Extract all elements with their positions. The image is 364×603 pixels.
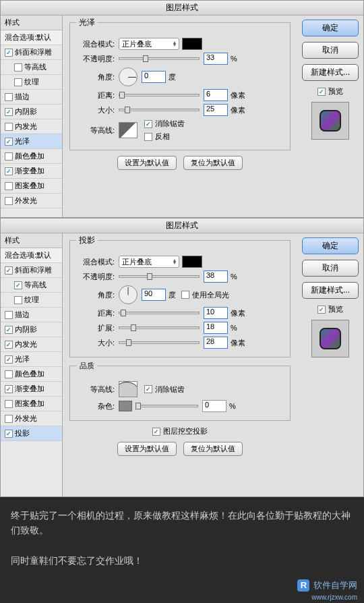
- size-input[interactable]: 28: [204, 337, 228, 349]
- sidebar-item[interactable]: 颜色叠加: [1, 149, 62, 164]
- spread-input[interactable]: 18: [204, 322, 228, 334]
- sidebar-item[interactable]: 图案叠加: [1, 397, 62, 411]
- sidebar-item[interactable]: 纹理: [1, 293, 62, 308]
- style-checkbox[interactable]: [5, 182, 13, 190]
- contour-picker[interactable]: [119, 381, 138, 397]
- opacity-slider[interactable]: [119, 57, 200, 60]
- blend-options[interactable]: 混合选项:默认: [1, 248, 62, 263]
- style-checkbox[interactable]: [5, 197, 13, 205]
- blend-mode-label: 混合模式:: [77, 257, 115, 267]
- sidebar-item[interactable]: 等高线: [1, 60, 62, 75]
- sidebar-item[interactable]: 斜面和浮雕: [1, 263, 62, 278]
- preview-checkbox[interactable]: [317, 88, 326, 96]
- contour-picker[interactable]: [119, 122, 138, 138]
- style-checkbox[interactable]: [5, 93, 13, 101]
- ok-button[interactable]: 确定: [302, 237, 359, 254]
- style-checkbox[interactable]: [5, 167, 13, 175]
- opacity-input[interactable]: 38: [204, 270, 228, 283]
- cancel-button[interactable]: 取消: [302, 260, 359, 277]
- make-default-button[interactable]: 设置为默认值: [117, 156, 177, 170]
- make-default-button[interactable]: 设置为默认值: [117, 442, 177, 456]
- style-checkbox[interactable]: [5, 415, 13, 423]
- noise-slider[interactable]: [138, 405, 198, 407]
- angle-input[interactable]: 90: [142, 289, 166, 301]
- sidebar-item[interactable]: 颜色叠加: [1, 367, 62, 382]
- style-checkbox[interactable]: [5, 108, 13, 116]
- distance-slider[interactable]: [119, 312, 200, 314]
- invert-checkbox[interactable]: [144, 133, 152, 141]
- sidebar-item[interactable]: 纹理: [1, 75, 62, 90]
- style-checkbox[interactable]: [5, 326, 13, 334]
- opacity-slider[interactable]: [119, 275, 200, 278]
- spread-slider[interactable]: [119, 326, 200, 329]
- style-checkbox[interactable]: [5, 49, 13, 57]
- sidebar-item[interactable]: 内发光: [1, 337, 62, 352]
- new-style-button[interactable]: 新建样式...: [302, 64, 359, 81]
- blend-color-picker[interactable]: [182, 256, 202, 268]
- sidebar-item[interactable]: 斜面和浮雕: [1, 45, 62, 60]
- layer-style-dialog-satin: 图层样式 样式 混合选项:默认 斜面和浮雕等高线纹理描边内阴影内发光光泽颜色叠加…: [0, 0, 364, 218]
- style-label: 内阴影: [15, 107, 37, 117]
- distance-slider[interactable]: [119, 94, 200, 96]
- layer-style-dialog-shadow: 图层样式 样式 混合选项:默认 斜面和浮雕等高线纹理描边内阴影内发光光泽颜色叠加…: [0, 218, 364, 497]
- action-panel: 确定 取消 新建样式... 预览: [297, 233, 363, 496]
- style-checkbox[interactable]: [5, 138, 13, 146]
- logo-icon: R: [297, 579, 309, 592]
- sidebar-item[interactable]: 内发光: [1, 119, 62, 134]
- reset-default-button[interactable]: 复位为默认值: [183, 442, 243, 456]
- antialias-checkbox[interactable]: [144, 385, 152, 393]
- style-checkbox[interactable]: [5, 341, 13, 349]
- style-checkbox[interactable]: [5, 385, 13, 393]
- sidebar-item[interactable]: 等高线: [1, 278, 62, 293]
- sidebar-header: 样式: [1, 233, 62, 248]
- style-checkbox[interactable]: [14, 63, 22, 71]
- sidebar-item[interactable]: 内阴影: [1, 105, 62, 119]
- angle-dial[interactable]: [119, 67, 138, 86]
- sidebar-item[interactable]: 图案叠加: [1, 179, 62, 194]
- style-checkbox[interactable]: [14, 78, 22, 86]
- style-checkbox[interactable]: [5, 400, 13, 408]
- sidebar-item[interactable]: 外发光: [1, 411, 62, 426]
- style-checkbox[interactable]: [5, 355, 13, 364]
- style-checkbox[interactable]: [5, 370, 13, 378]
- sidebar-item[interactable]: 渐变叠加: [1, 164, 62, 179]
- sidebar-item[interactable]: 描边: [1, 90, 62, 105]
- global-light-checkbox[interactable]: [181, 291, 189, 299]
- angle-input[interactable]: 0: [142, 71, 166, 83]
- blend-color-picker[interactable]: [182, 38, 202, 50]
- preview-checkbox[interactable]: [317, 306, 326, 314]
- distance-label: 距离:: [77, 90, 115, 100]
- sidebar-item[interactable]: 光泽: [1, 134, 62, 149]
- sidebar-item[interactable]: 内阴影: [1, 322, 62, 337]
- style-checkbox[interactable]: [5, 266, 13, 275]
- opacity-input[interactable]: 33: [204, 53, 228, 65]
- sidebar-item[interactable]: 渐变叠加: [1, 382, 62, 397]
- knockout-checkbox[interactable]: [152, 428, 160, 436]
- blend-mode-select[interactable]: 正片叠底▴▾: [119, 38, 179, 50]
- ok-button[interactable]: 确定: [302, 20, 359, 36]
- sidebar-item[interactable]: 投影: [1, 426, 62, 441]
- antialias-checkbox[interactable]: [144, 120, 152, 128]
- blend-options[interactable]: 混合选项:默认: [1, 30, 62, 45]
- noise-input[interactable]: 0: [202, 400, 226, 412]
- size-input[interactable]: 25: [204, 104, 228, 116]
- style-checkbox[interactable]: [14, 281, 22, 289]
- style-checkbox[interactable]: [5, 152, 13, 161]
- size-slider[interactable]: [119, 109, 200, 111]
- angle-label: 角度:: [77, 72, 115, 82]
- reset-default-button[interactable]: 复位为默认值: [183, 156, 243, 170]
- sidebar-item[interactable]: 外发光: [1, 194, 62, 208]
- style-checkbox[interactable]: [5, 311, 13, 319]
- blend-mode-select[interactable]: 正片叠底▴▾: [119, 256, 179, 268]
- cancel-button[interactable]: 取消: [302, 42, 359, 59]
- style-checkbox[interactable]: [5, 430, 13, 438]
- sidebar-item[interactable]: 光泽: [1, 352, 62, 367]
- distance-input[interactable]: 6: [204, 89, 228, 101]
- distance-input[interactable]: 10: [204, 307, 228, 319]
- angle-dial[interactable]: [119, 285, 138, 304]
- size-slider[interactable]: [119, 341, 200, 344]
- style-checkbox[interactable]: [5, 123, 13, 131]
- new-style-button[interactable]: 新建样式...: [302, 282, 359, 299]
- style-checkbox[interactable]: [14, 296, 22, 304]
- sidebar-item[interactable]: 描边: [1, 308, 62, 322]
